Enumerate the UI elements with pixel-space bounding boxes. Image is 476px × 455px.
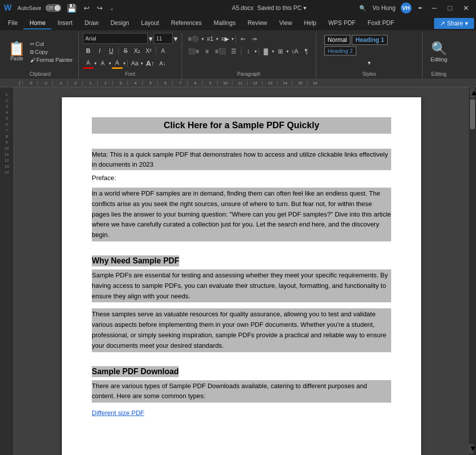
highlight-button[interactable]: A	[97, 58, 108, 69]
pdf-link[interactable]: Different size PDF	[92, 409, 144, 417]
align-center-button[interactable]: ≡	[202, 46, 213, 57]
left-bar-num: 8	[5, 134, 7, 139]
left-bar-num: 7	[5, 128, 7, 133]
redo-button[interactable]: ↪	[95, 3, 104, 12]
autosave-label: AutoSave	[17, 5, 41, 11]
ruler-mark: 4	[127, 81, 142, 85]
numbering-dropdown[interactable]: ▾	[216, 36, 219, 41]
page-container[interactable]: Click Here for a Sample PDF Quickly Meta…	[14, 87, 469, 455]
paragraph-content: ≡⚫ ▾ ≡1 ▾ ≡▶ ▾ ⇐ ⇒ ⬛≡ ≡ ≡⬛ ☰ ↕ ▾ ▓ ▾	[186, 33, 312, 70]
font-name-dropdown-icon[interactable]: ▾	[149, 34, 153, 43]
scroll-up-button[interactable]: ▲	[470, 88, 475, 98]
close-button[interactable]: ✕	[460, 3, 472, 13]
ribbon-tabs: File Home Insert Draw Design Layout Refe…	[0, 16, 476, 31]
format-painter-button[interactable]: 🖌 Format Painter	[28, 56, 74, 63]
separator-5	[241, 47, 241, 55]
show-para-button[interactable]: ¶	[301, 46, 312, 57]
left-bar-num: 11	[4, 152, 9, 157]
ruler-mark: 13	[262, 81, 277, 85]
autosave-toggle[interactable]: Off	[45, 4, 61, 12]
tab-design[interactable]: Design	[104, 17, 135, 29]
style-normal[interactable]: Normal	[324, 35, 351, 45]
body-para-2: These samples serve as valuable resource…	[92, 308, 391, 352]
superscript-button[interactable]: X²	[143, 45, 154, 56]
tab-insert[interactable]: Insert	[51, 17, 78, 29]
font-size-dropdown-icon[interactable]: ▾	[174, 34, 178, 43]
justify-button[interactable]: ☰	[229, 46, 239, 57]
search-button[interactable]: 🔍	[358, 4, 368, 12]
ribbon-group-editing: 🔍 Editing Editing	[423, 33, 456, 79]
copy-button[interactable]: ⧉ Copy	[28, 48, 74, 56]
tab-home[interactable]: Home	[23, 17, 51, 29]
font-color-button[interactable]: A	[83, 58, 94, 69]
align-right-button[interactable]: ≡⬛	[213, 46, 228, 57]
multilevel-dropdown[interactable]: ▾	[232, 36, 234, 41]
subscript-button[interactable]: X₂	[132, 45, 143, 56]
numbering-button[interactable]: ≡1	[205, 33, 216, 44]
document-page[interactable]: Click Here for a Sample PDF Quickly Meta…	[62, 97, 421, 455]
tab-file[interactable]: File	[2, 17, 23, 29]
align-left-button[interactable]: ⬛≡	[186, 46, 201, 57]
shading-dropdown[interactable]: ▾	[272, 49, 274, 54]
tab-references[interactable]: References	[165, 17, 208, 29]
ribbon-group-styles: Normal Heading 1 Heading 2 ▾ Styles	[316, 33, 423, 79]
decrease-font-button[interactable]: A↓	[157, 58, 168, 69]
tab-layout[interactable]: Layout	[135, 17, 165, 29]
style-heading2[interactable]: Heading 2	[324, 46, 356, 55]
line-spacing-dropdown[interactable]: ▾	[254, 49, 257, 54]
sort-button[interactable]: ↕A	[289, 46, 300, 57]
increase-indent-button[interactable]: ⇒	[249, 33, 260, 44]
tab-mailings[interactable]: Mailings	[208, 17, 241, 29]
tab-draw[interactable]: Draw	[78, 17, 104, 29]
shading-button[interactable]: ▓	[260, 46, 271, 57]
change-case-button[interactable]: Aa	[129, 58, 141, 69]
editing-button[interactable]: 🔍 Editing	[427, 39, 452, 65]
more-commands-button[interactable]: ⌄	[108, 5, 115, 11]
ribbon-group-font: ▾ ▾ B I U S X₂ X² A A ▾ A ▾ A ▾	[79, 33, 182, 79]
bullets-dropdown[interactable]: ▾	[202, 36, 204, 41]
clear-format-button[interactable]: A	[158, 45, 169, 56]
tab-help[interactable]: Help	[298, 17, 322, 29]
italic-button[interactable]: I	[94, 45, 105, 56]
restore-button[interactable]: □	[445, 3, 455, 13]
highlight-dropdown[interactable]: ▾	[109, 61, 111, 66]
tab-view[interactable]: View	[273, 17, 298, 29]
share-label: Share	[447, 20, 463, 27]
multilevel-button[interactable]: ≡▶	[219, 33, 231, 44]
tab-review[interactable]: Review	[241, 17, 273, 29]
pen-tool-button[interactable]: ✒	[417, 4, 424, 12]
font-name-input[interactable]	[83, 33, 148, 44]
scroll-down-button[interactable]: ▼	[469, 444, 474, 454]
increase-font-button[interactable]: A↑	[144, 58, 156, 69]
bold-button[interactable]: B	[83, 45, 94, 56]
underline-button[interactable]: U	[106, 45, 117, 56]
save-dropdown-button[interactable]: ▾	[303, 4, 306, 11]
undo-button[interactable]: ↩	[82, 3, 91, 12]
text-color-dropdown[interactable]: ▾	[123, 61, 126, 66]
change-case-dropdown[interactable]: ▾	[141, 61, 143, 66]
avatar[interactable]: VH	[401, 2, 412, 13]
style-heading1[interactable]: Heading 1	[352, 35, 387, 45]
scrollbar[interactable]: ▲ ▼	[469, 87, 476, 455]
font-size-input[interactable]	[154, 33, 173, 44]
title-bar-center: A5.docx Saved to this PC ▾	[181, 4, 357, 11]
strikethrough-button[interactable]: S	[120, 45, 131, 56]
borders-button[interactable]: ⊞	[275, 46, 286, 57]
share-button[interactable]: ↗ Share ▾	[434, 18, 474, 29]
font-color-dropdown[interactable]: ▾	[94, 61, 97, 66]
decrease-indent-button[interactable]: ⇐	[238, 33, 248, 44]
save-button[interactable]: 💾	[65, 3, 78, 13]
styles-expand-button[interactable]: ▾	[364, 57, 375, 68]
ruler-marks: -3 -2 -1 0 1 2 3 4 5 6 7 8 9 10 11 12 13…	[22, 81, 476, 85]
text-color-button[interactable]: A	[112, 58, 123, 69]
tab-foxit-pdf[interactable]: Foxit PDF	[362, 17, 400, 29]
paste-button[interactable]: 📋 Paste	[6, 39, 27, 65]
styles-gallery[interactable]: Normal Heading 1 Heading 2 ▾	[320, 33, 418, 70]
cut-button[interactable]: ✂ Cut	[28, 40, 74, 48]
borders-dropdown[interactable]: ▾	[286, 49, 289, 54]
minimize-button[interactable]: ─	[429, 3, 440, 13]
tab-wps-pdf[interactable]: WPS PDF	[322, 17, 362, 29]
scroll-thumb[interactable]	[470, 99, 475, 129]
line-spacing-button[interactable]: ↕	[243, 46, 254, 57]
bullets-button[interactable]: ≡⚫	[186, 33, 201, 44]
